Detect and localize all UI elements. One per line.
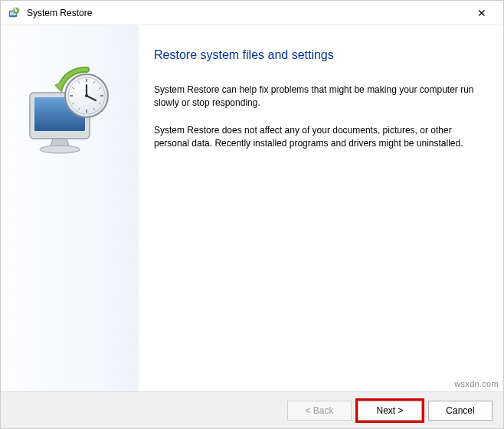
description-paragraph-2: System Restore does not affect any of yo… (154, 124, 476, 151)
cancel-button[interactable]: Cancel (428, 401, 493, 421)
next-button[interactable]: Next > (358, 401, 422, 421)
wizard-footer: < Back Next > Cancel (1, 391, 503, 428)
description-paragraph-1: System Restore can help fix problems tha… (154, 84, 476, 110)
wizard-main: Restore system files and settings System… (139, 25, 503, 391)
back-button: < Back (287, 401, 352, 421)
titlebar: System Restore ✕ (1, 1, 503, 25)
window-title: System Restore (27, 8, 466, 18)
system-restore-graphic (16, 64, 123, 173)
page-heading: Restore system files and settings (154, 48, 480, 62)
svg-point-6 (40, 146, 80, 153)
system-restore-window: System Restore ✕ (0, 0, 504, 429)
system-restore-icon (7, 6, 21, 20)
close-icon: ✕ (477, 7, 486, 19)
content-area: Restore system files and settings System… (1, 25, 503, 391)
wizard-sidebar (1, 25, 139, 391)
svg-point-23 (85, 94, 88, 97)
watermark-text: wsxdn.com (454, 379, 499, 388)
close-button[interactable]: ✕ (466, 2, 497, 25)
